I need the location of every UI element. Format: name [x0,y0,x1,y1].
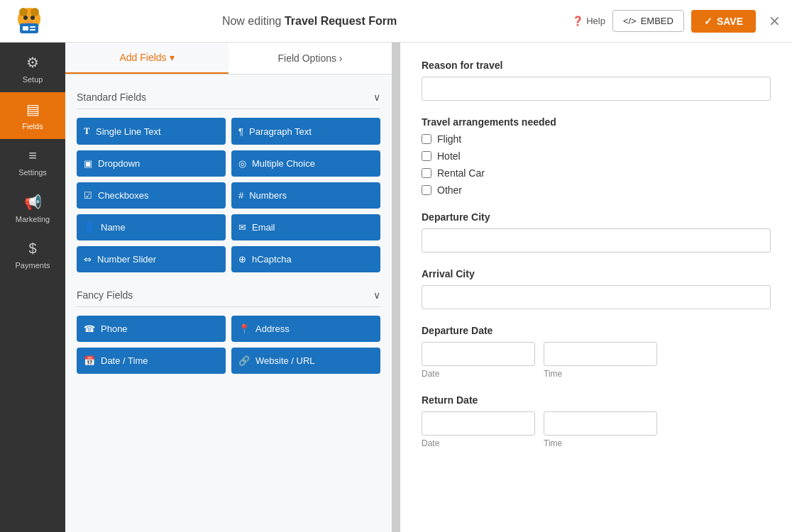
email-icon: ✉ [238,222,246,233]
input-return-time[interactable] [544,411,657,436]
checkbox-rental-car-input[interactable] [422,168,431,178]
checkbox-other-input[interactable] [422,185,431,195]
scroll-divider [392,43,400,532]
label-arrival-city: Arrival City [422,268,771,279]
save-button[interactable]: ✓ SAVE [691,10,756,33]
hcaptcha-icon: ⊕ [238,254,246,265]
sidebar-item-payments[interactable]: $ Payments [0,232,65,278]
editing-title: Now editing Travel Request Form [55,15,563,28]
field-departure-date: Departure Date Date Time [422,325,771,379]
return-time-input-group: Time [544,411,657,448]
sidebar-item-settings[interactable]: ≡ Settings [0,139,65,185]
checkbox-rental-car[interactable]: Rental Car [422,167,771,179]
checkbox-flight-input[interactable] [422,134,431,144]
chevron-down-icon-fancy: ∨ [373,289,380,301]
input-reason[interactable] [422,77,771,101]
field-return-date: Return Date Date Time [422,394,771,448]
svg-rect-8 [30,26,35,28]
dropdown-icon: ▣ [84,158,92,169]
field-btn-website[interactable]: 🔗 Website / URL [231,348,380,374]
departure-date-row: Date Time [422,342,771,379]
field-departure-city: Departure City [422,211,771,253]
input-return-date[interactable] [422,411,535,436]
topbar: Now editing Travel Request Form ❓ Help <… [0,0,792,43]
sidebar-label-payments: Payments [16,261,50,270]
sidebar-item-setup[interactable]: ⚙ Setup [0,45,65,92]
departure-time-label: Time [544,369,657,379]
field-btn-name[interactable]: 👤 Name [77,214,226,240]
fields-icon: ▤ [26,101,40,118]
field-btn-phone[interactable]: ☎ Phone [77,316,226,342]
input-departure-time[interactable] [544,342,657,366]
return-date-row: Date Time [422,411,771,448]
checkboxes-icon: ☑ [84,190,92,201]
departure-date-input-group: Date [422,342,535,379]
checkbox-other[interactable]: Other [422,184,771,196]
checkbox-flight[interactable]: Flight [422,133,771,145]
standard-fields-grid: 𝐓 Single Line Text ¶ Paragraph Text ▣ Dr… [77,118,380,272]
field-btn-numbers[interactable]: # Numbers [231,182,380,209]
field-btn-multiple-choice[interactable]: ◎ Multiple Choice [231,150,380,177]
field-reason-for-travel: Reason for travel [422,60,771,101]
name-icon: 👤 [84,222,95,233]
field-btn-dropdown[interactable]: ▣ Dropdown [77,150,226,177]
field-btn-address[interactable]: 📍 Address [231,316,380,342]
departure-time-input-group: Time [544,342,657,379]
field-btn-hcaptcha[interactable]: ⊕ hCaptcha [231,246,380,272]
sidebar-label-settings: Settings [18,168,47,177]
checkbox-hotel[interactable]: Hotel [422,150,771,162]
svg-point-3 [23,16,28,20]
sidebar: ⚙ Setup ▤ Fields ≡ Settings 📢 Marketing … [0,43,65,532]
marketing-icon: 📢 [24,194,42,211]
standard-fields-header[interactable]: Standard Fields ∨ [77,86,380,109]
svg-rect-9 [30,29,35,31]
sidebar-label-marketing: Marketing [16,215,50,223]
sidebar-item-marketing[interactable]: 📢 Marketing [0,185,65,232]
phone-icon: ☎ [84,323,95,334]
label-departure-city: Departure City [422,211,771,223]
gear-icon: ⚙ [26,54,39,71]
svg-point-2 [31,8,39,16]
multiple-choice-icon: ◎ [238,158,246,169]
fancy-fields-header[interactable]: Fancy Fields ∨ [77,284,380,307]
checkbox-hotel-input[interactable] [422,151,431,161]
input-departure-city[interactable] [422,228,771,253]
paragraph-icon: ¶ [238,126,243,137]
form-preview: Reason for travel Travel arrangements ne… [400,43,792,532]
checkbox-group-arrangements: Flight Hotel Rental Car Other [422,133,771,196]
field-btn-number-slider[interactable]: ⇔ Number Slider [77,246,226,272]
departure-date-label: Date [422,369,535,379]
field-btn-email[interactable]: ✉ Email [231,214,380,240]
svg-point-1 [19,8,28,16]
return-date-input-group: Date [422,411,535,448]
check-icon: ✓ [704,16,713,27]
input-arrival-city[interactable] [422,285,771,309]
sidebar-item-fields[interactable]: ▤ Fields [0,92,65,139]
embed-button[interactable]: </> EMBED [612,10,684,32]
single-line-icon: 𝐓 [84,126,90,137]
embed-icon: </> [623,16,637,26]
sidebar-label-setup: Setup [23,75,43,84]
field-btn-single-line[interactable]: 𝐓 Single Line Text [77,118,226,145]
fields-tabs: Add Fields ▾ Field Options › [65,43,392,74]
help-button[interactable]: ❓ Help [572,16,605,26]
website-icon: 🔗 [238,355,250,366]
input-departure-date[interactable] [422,342,535,366]
tab-add-fields[interactable]: Add Fields ▾ [65,43,229,74]
settings-icon: ≡ [28,148,37,164]
close-button[interactable]: ✕ [769,13,781,30]
tab-field-options[interactable]: Field Options › [229,43,392,74]
datetime-icon: 📅 [84,355,95,366]
field-btn-datetime[interactable]: 📅 Date / Time [77,348,226,374]
return-time-label: Time [544,438,657,448]
chevron-down-icon: ∨ [373,92,380,103]
main-layout: ⚙ Setup ▤ Fields ≡ Settings 📢 Marketing … [0,43,792,532]
help-icon: ❓ [572,16,583,26]
field-btn-checkboxes[interactable]: ☑ Checkboxes [77,182,226,209]
return-date-label: Date [422,438,535,448]
field-travel-arrangements: Travel arrangements needed Flight Hotel … [422,116,771,196]
svg-rect-6 [20,23,38,33]
address-icon: 📍 [238,323,250,334]
field-btn-paragraph[interactable]: ¶ Paragraph Text [231,118,380,145]
slider-icon: ⇔ [84,254,92,265]
